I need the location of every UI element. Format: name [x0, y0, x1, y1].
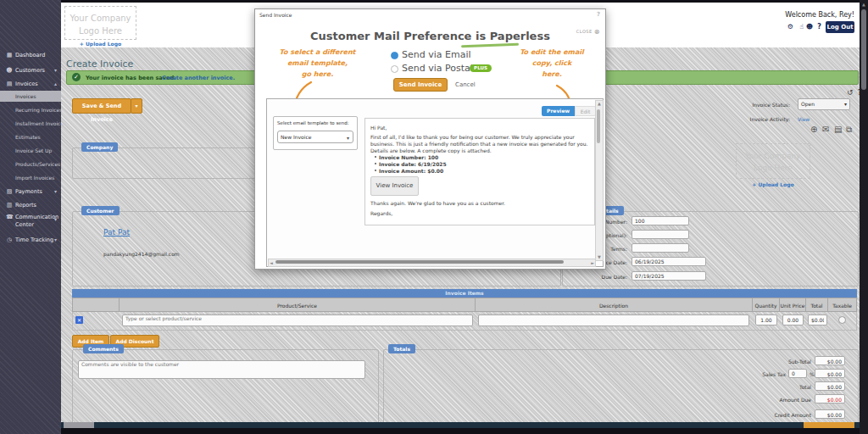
sidebar-item-dashboard[interactable]: ▦ Dashboard [0, 49, 61, 61]
taxable-checkbox[interactable] [838, 316, 846, 324]
credit-amount-value: $0.00 [815, 409, 845, 419]
customer-name-link[interactable]: Pat Pat [103, 228, 130, 236]
bottom-left-button-fragment[interactable] [64, 422, 94, 428]
company-logo-placeholder[interactable]: Your Company Logo Here [64, 6, 136, 40]
dashboard-icon: ▦ [6, 49, 13, 61]
invoice-status-value: Open [801, 101, 815, 107]
sidebar-subitem-products-services[interactable]: Products/Services [0, 159, 61, 170]
preview-vertical-scrollbar[interactable]: ▲ ▼ [595, 100, 604, 261]
radio-selected-icon[interactable] [391, 52, 398, 59]
invoice-activity-view-link[interactable]: View [798, 116, 810, 122]
view-invoice-button[interactable]: View Invoice [370, 176, 419, 196]
sidebar-item-label: Time Tracking [15, 234, 53, 246]
scrollbar-thumb[interactable] [861, 9, 866, 90]
description-column: Description [476, 298, 753, 311]
scroll-up-arrow[interactable]: ▲ [596, 101, 603, 107]
sidebar-item-invoices[interactable]: ▤ Invoices ▴ [0, 78, 61, 90]
chevron-down-icon: ▾ [54, 64, 57, 76]
unit-price-input[interactable] [782, 314, 804, 326]
thumbs-up-icon[interactable]: ☝ [799, 23, 804, 31]
sidebar-item-label: Invoices [15, 78, 38, 90]
scroll-up-arrow[interactable]: ▲ [860, 2, 868, 8]
company-tag: Company [81, 142, 118, 152]
sidebar-subitem-invoices[interactable]: Invoices [0, 91, 61, 102]
annotation-line: To edit the email [518, 47, 586, 58]
modal-cancel-button[interactable]: Cancel [455, 81, 476, 88]
app-screen: Your Company Logo Here + Upload Logo Wel… [0, 0, 868, 434]
sidebar-item-communication-center[interactable]: ☎ Communication Center ▾ [0, 211, 61, 231]
plus-badge: PLUS [470, 64, 492, 72]
modal-help-icon[interactable]: ? [597, 11, 600, 18]
sales-tax-value: $0.00 [815, 369, 845, 378]
invoice-logo-placeholder[interactable]: Your Company Logo Here [736, 143, 810, 179]
due-date-label: Due Date: [526, 274, 627, 280]
sales-tax-rate-input[interactable] [788, 369, 807, 378]
amount-due-value: $0.00 [815, 394, 845, 403]
percent-sign: % [810, 371, 815, 377]
template-select[interactable]: New Invoice ▾ [277, 131, 353, 143]
annotation-right: To edit the email copy, click here. [518, 47, 586, 80]
po-number-input[interactable] [632, 230, 689, 239]
sidebar-subitem-recurring-invoices[interactable]: Recurring Invoices [0, 104, 61, 115]
scroll-right-arrow[interactable]: ► [591, 260, 594, 266]
invoice-items-header-bar: Invoice Items [72, 289, 857, 298]
terms-input[interactable] [632, 243, 689, 253]
comments-tag: Comments [83, 344, 124, 353]
edit-button[interactable]: Edit [575, 106, 596, 116]
delete-row-button[interactable]: ✕ [75, 316, 83, 324]
sidebar-subitem-estimates[interactable]: Estimates [0, 131, 61, 142]
description-input[interactable] [478, 314, 749, 326]
print-icon[interactable]: ▤ [834, 125, 842, 134]
invoice-status-select[interactable]: Open ▾ [798, 98, 850, 110]
time-tracking-icon: ◷ [6, 234, 13, 246]
comments-input[interactable] [78, 360, 365, 379]
devices-icon[interactable]: ⧉ [846, 125, 852, 135]
gear-icon[interactable]: ⚙ [787, 23, 793, 31]
close-x-icon: ✕ [77, 317, 81, 323]
help-icon[interactable]: ? [817, 23, 821, 31]
chevron-down-icon: ▾ [844, 99, 847, 109]
total-value: $0.00 [815, 381, 845, 391]
invoice-number-input[interactable] [632, 216, 689, 225]
scrollbar-thumb[interactable] [275, 260, 564, 264]
invoices-icon: ▤ [6, 78, 13, 90]
chevron-down-icon: ▾ [54, 234, 57, 246]
sidebar-item-customers[interactable]: ☻ Customers ▾ [0, 64, 61, 76]
product-service-input[interactable] [122, 314, 473, 326]
undo-icon[interactable]: ↺ [847, 88, 854, 97]
product-service-column: Product/Service [120, 298, 476, 311]
quantity-input[interactable] [755, 314, 777, 326]
credit-amount-label: Credit Amount [743, 412, 811, 418]
invoice-date-input[interactable] [632, 257, 706, 266]
modal-send-invoice-button[interactable]: Send Invoice [393, 78, 448, 92]
sidebar-subitem-invoice-set-up[interactable]: Invoice Set Up [0, 145, 61, 156]
sidebar-subitem-installment-invoices[interactable]: Installment Invoices [0, 118, 61, 129]
user-icon[interactable]: ☻ [806, 23, 813, 31]
scroll-left-arrow[interactable]: ◄ [270, 260, 273, 266]
invoice-upload-logo-link[interactable]: + Upload Logo [736, 181, 810, 187]
save-send-invoice-button[interactable]: Save & Send Invoice [72, 98, 131, 114]
globe-icon[interactable]: ⊕ [810, 125, 817, 134]
sidebar-item-label: Payments [15, 186, 42, 198]
due-date-input[interactable] [632, 271, 706, 281]
radio-unselected-icon[interactable] [391, 65, 398, 73]
preview-button[interactable]: Preview [542, 106, 575, 116]
scroll-down-arrow[interactable]: ▼ [596, 254, 603, 260]
bottom-right-button-fragment[interactable] [804, 422, 854, 428]
subitem-label: Recurring Invoices [15, 104, 62, 115]
sidebar-item-time-tracking[interactable]: ◷ Time Tracking ▾ [0, 234, 61, 246]
save-send-dropdown-toggle[interactable]: ▾ [131, 98, 142, 114]
mail-icon[interactable]: ✉ [822, 125, 829, 134]
bullet-dot [375, 170, 376, 171]
scrollbar-thumb[interactable] [597, 109, 600, 143]
logout-button[interactable]: Log Out [826, 21, 854, 33]
upload-logo-link[interactable]: + Upload Logo [64, 41, 136, 47]
email-paragraph: First of all, I'd like to thank you for … [370, 134, 588, 154]
preview-horizontal-scrollbar[interactable]: ◄ ► [268, 259, 596, 267]
sidebar-item-payments[interactable]: ▧ Payments ▾ [0, 186, 61, 198]
sidebar-item-reports[interactable]: ▥ Reports [0, 199, 61, 211]
create-another-invoice-link[interactable]: Create another invoice. [162, 75, 235, 81]
sidebar-subitem-import-invoices[interactable]: Import Invoices [0, 172, 61, 183]
annotation-line: email template, [277, 58, 358, 69]
page-scrollbar[interactable]: ▲ [860, 0, 868, 434]
